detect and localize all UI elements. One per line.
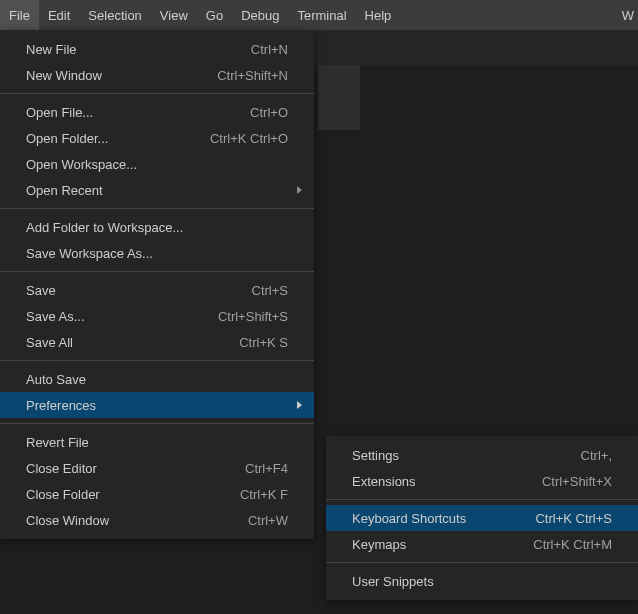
menu-item-label: Revert File (26, 435, 288, 450)
file-menu-item-open-file[interactable]: Open File...Ctrl+O (0, 99, 314, 125)
menu-item-label: Keyboard Shortcuts (352, 511, 515, 526)
menu-item-label: Add Folder to Workspace... (26, 220, 288, 235)
chevron-right-icon (297, 401, 302, 409)
pref-menu-separator (326, 562, 638, 563)
menu-item-shortcut: Ctrl+Shift+S (198, 309, 288, 324)
menu-item-label: Save As... (26, 309, 198, 324)
file-menu-item-save-all[interactable]: Save AllCtrl+K S (0, 329, 314, 355)
menubar: FileEditSelectionViewGoDebugTerminalHelp… (0, 0, 638, 30)
file-menu-item-open-recent[interactable]: Open Recent (0, 177, 314, 203)
menu-item-label: Save All (26, 335, 219, 350)
menu-item-label: User Snippets (352, 574, 612, 589)
menu-item-shortcut: Ctrl+Shift+X (522, 474, 612, 489)
menu-item-label: Close Editor (26, 461, 225, 476)
file-menu-item-new-file[interactable]: New FileCtrl+N (0, 36, 314, 62)
file-menu-item-new-window[interactable]: New WindowCtrl+Shift+N (0, 62, 314, 88)
menu-item-shortcut: Ctrl+Shift+N (197, 68, 288, 83)
menubar-item-go[interactable]: Go (197, 0, 232, 30)
menu-item-label: Settings (352, 448, 561, 463)
menu-item-shortcut: Ctrl+N (231, 42, 288, 57)
file-menu-item-close-window[interactable]: Close WindowCtrl+W (0, 507, 314, 533)
file-menu-item-auto-save[interactable]: Auto Save (0, 366, 314, 392)
file-menu-item-preferences[interactable]: Preferences (0, 392, 314, 418)
menu-item-shortcut: Ctrl+K Ctrl+M (513, 537, 612, 552)
menu-item-label: Save Workspace As... (26, 246, 288, 261)
menu-item-label: Save (26, 283, 232, 298)
menubar-item-view[interactable]: View (151, 0, 197, 30)
menu-item-label: New File (26, 42, 231, 57)
menu-item-label: Auto Save (26, 372, 288, 387)
file-menu-item-open-folder[interactable]: Open Folder...Ctrl+K Ctrl+O (0, 125, 314, 151)
file-menu-item-save-workspace-as[interactable]: Save Workspace As... (0, 240, 314, 266)
menu-item-label: Open Recent (26, 183, 288, 198)
menu-item-shortcut: Ctrl+, (561, 448, 612, 463)
chevron-right-icon (297, 186, 302, 194)
menu-item-label: Open Folder... (26, 131, 190, 146)
file-menu-item-add-folder-to-workspace[interactable]: Add Folder to Workspace... (0, 214, 314, 240)
menu-item-shortcut: Ctrl+K S (219, 335, 288, 350)
pref-menu-item-keymaps[interactable]: KeymapsCtrl+K Ctrl+M (326, 531, 638, 557)
file-menu-separator (0, 360, 314, 361)
menubar-item-debug[interactable]: Debug (232, 0, 288, 30)
menu-item-shortcut: Ctrl+K Ctrl+S (515, 511, 612, 526)
file-menu-item-close-editor[interactable]: Close EditorCtrl+F4 (0, 455, 314, 481)
file-menu-dropdown: New FileCtrl+NNew WindowCtrl+Shift+NOpen… (0, 30, 314, 539)
pref-menu-item-settings[interactable]: SettingsCtrl+, (326, 442, 638, 468)
menu-item-shortcut: Ctrl+W (228, 513, 288, 528)
menu-item-label: Close Folder (26, 487, 220, 502)
menu-item-shortcut: Ctrl+O (230, 105, 288, 120)
editor-tab-placeholder (318, 65, 360, 130)
menu-item-shortcut: Ctrl+F4 (225, 461, 288, 476)
pref-menu-item-keyboard-shortcuts[interactable]: Keyboard ShortcutsCtrl+K Ctrl+S (326, 505, 638, 531)
title-fragment: W (622, 8, 638, 23)
menu-item-label: Preferences (26, 398, 288, 413)
file-menu-separator (0, 208, 314, 209)
file-menu-item-open-workspace[interactable]: Open Workspace... (0, 151, 314, 177)
file-menu-item-close-folder[interactable]: Close FolderCtrl+K F (0, 481, 314, 507)
file-menu-separator (0, 93, 314, 94)
menu-item-shortcut: Ctrl+K F (220, 487, 288, 502)
file-menu-separator (0, 423, 314, 424)
menubar-item-selection[interactable]: Selection (79, 0, 150, 30)
file-menu-item-save-as[interactable]: Save As...Ctrl+Shift+S (0, 303, 314, 329)
preferences-submenu: SettingsCtrl+,ExtensionsCtrl+Shift+XKeyb… (326, 436, 638, 600)
pref-menu-item-extensions[interactable]: ExtensionsCtrl+Shift+X (326, 468, 638, 494)
menu-item-label: Close Window (26, 513, 228, 528)
menubar-item-terminal[interactable]: Terminal (288, 0, 355, 30)
menu-item-label: Keymaps (352, 537, 513, 552)
menubar-item-file[interactable]: File (0, 0, 39, 30)
menubar-item-edit[interactable]: Edit (39, 0, 79, 30)
menu-item-shortcut: Ctrl+K Ctrl+O (190, 131, 288, 146)
menu-item-label: Open Workspace... (26, 157, 288, 172)
pref-menu-item-user-snippets[interactable]: User Snippets (326, 568, 638, 594)
file-menu-item-revert-file[interactable]: Revert File (0, 429, 314, 455)
menubar-item-help[interactable]: Help (356, 0, 401, 30)
file-menu-separator (0, 271, 314, 272)
menu-item-label: Open File... (26, 105, 230, 120)
file-menu-item-save[interactable]: SaveCtrl+S (0, 277, 314, 303)
menu-item-label: Extensions (352, 474, 522, 489)
menu-item-label: New Window (26, 68, 197, 83)
pref-menu-separator (326, 499, 638, 500)
menu-item-shortcut: Ctrl+S (232, 283, 288, 298)
